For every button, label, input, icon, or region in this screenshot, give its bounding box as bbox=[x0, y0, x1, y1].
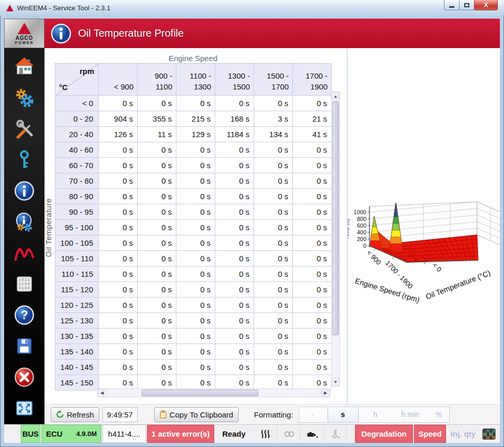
cell-value: 0 s bbox=[176, 312, 215, 328]
minimize-icon bbox=[449, 6, 454, 8]
cell-value: 168 s bbox=[215, 111, 254, 126]
maximize-button[interactable] bbox=[459, 0, 475, 10]
application-window: WinEEM4 - Service Tool - 2.3.1 X AGCO PO… bbox=[0, 0, 504, 447]
sidebar-item-fullscreen[interactable] bbox=[14, 398, 35, 419]
sidebar-item-home[interactable] bbox=[14, 56, 35, 77]
format-option-hours[interactable]: h bbox=[359, 407, 392, 422]
column-header: 1100 - 1300 bbox=[176, 64, 215, 96]
copy-to-clipboard-button[interactable]: Copy To Clipboard bbox=[154, 407, 239, 422]
x-tick-1700-1900: 1700 - 1900 bbox=[384, 259, 414, 290]
format-option-hmin[interactable]: h:min bbox=[392, 407, 428, 422]
svg-text:1 1 0 0: 1 1 0 0 bbox=[19, 282, 30, 286]
table-row: 100 - 1050 s0 s0 s0 s0 s0 s bbox=[55, 235, 332, 250]
cell-value: 0 s bbox=[99, 344, 138, 359]
sidebar-item-key[interactable] bbox=[14, 150, 35, 170]
table-row: 60 - 700 s0 s0 s0 s0 s0 s bbox=[55, 157, 332, 173]
speed-badge[interactable]: Speed bbox=[414, 425, 446, 443]
coolant-icon bbox=[331, 429, 340, 439]
sidebar-item-measurement[interactable] bbox=[14, 243, 35, 263]
corner-degc-label: °C bbox=[59, 82, 68, 93]
cell-value: 0 s bbox=[176, 344, 215, 359]
cell-value: 0 s bbox=[99, 328, 138, 344]
window-title: WinEEM4 - Service Tool - 2.3.1 bbox=[17, 4, 110, 12]
scroll-up-button[interactable]: ▲ bbox=[332, 92, 339, 100]
scroll-right-button[interactable]: ▶ bbox=[321, 389, 330, 397]
vertical-scroll-thumb[interactable] bbox=[332, 101, 339, 335]
cell-value: 0 s bbox=[293, 250, 332, 266]
sidebar-item-tools[interactable] bbox=[14, 118, 35, 139]
scope-button[interactable] bbox=[482, 425, 496, 443]
statusbar-spacer bbox=[347, 425, 354, 443]
cell-value: 0 s bbox=[176, 266, 215, 281]
scroll-left-button[interactable]: ◀ bbox=[98, 389, 106, 397]
sidebar-item-help[interactable]: ? bbox=[14, 305, 35, 325]
fullscreen-icon bbox=[14, 398, 35, 419]
surface-chart: 0 200 400 600 800 1000 Time (s) < 900 17… bbox=[348, 199, 500, 319]
cell-value: 0 s bbox=[215, 344, 254, 359]
cell-value: 0 s bbox=[176, 328, 215, 344]
cell-value: 0 s bbox=[176, 219, 215, 235]
sidebar-item-settings[interactable] bbox=[14, 87, 35, 108]
sidebar-item-service-info[interactable] bbox=[14, 212, 35, 232]
cell-value: 0 s bbox=[293, 219, 332, 235]
title-bar[interactable]: WinEEM4 - Service Tool - 2.3.1 bbox=[0, 0, 504, 16]
scroll-down-button[interactable]: ▼ bbox=[332, 378, 339, 386]
sidebar-item-info[interactable] bbox=[14, 181, 35, 201]
sidebar-item-data-matrix[interactable]: 1 0 1 1 1 1 0 0 0 1 0 0 bbox=[14, 274, 35, 294]
refresh-button[interactable]: Refresh bbox=[51, 407, 99, 422]
sidebar-item-save[interactable] bbox=[14, 336, 35, 356]
cell-value: 0 s bbox=[293, 281, 332, 297]
formatting-options: - s h h:min % bbox=[299, 407, 450, 423]
page-header: Oil Temperature Profile bbox=[45, 19, 500, 48]
row-header: 140 - 145 bbox=[55, 359, 99, 375]
home-icon bbox=[14, 56, 35, 77]
table-row: 110 - 1150 s0 s0 s0 s0 s0 s bbox=[55, 266, 332, 281]
cell-value: 0 s bbox=[176, 235, 215, 250]
svg-text:200: 200 bbox=[357, 236, 366, 242]
cell-value: 0 s bbox=[254, 235, 293, 250]
logo-text-agco: AGCO bbox=[16, 35, 33, 41]
format-option-percent[interactable]: % bbox=[428, 407, 449, 422]
cell-value: 0 s bbox=[176, 281, 215, 297]
row-header: 0 - 20 bbox=[55, 111, 99, 126]
inj-qty-badge[interactable]: Inj. qty bbox=[447, 425, 479, 443]
format-option-seconds[interactable]: s bbox=[328, 407, 359, 422]
cell-value: 0 s bbox=[215, 312, 254, 328]
close-button[interactable]: X bbox=[474, 0, 498, 10]
degradation-badge[interactable]: Degradation bbox=[355, 425, 413, 443]
horizontal-scroll-thumb[interactable] bbox=[142, 390, 258, 396]
close-app-icon bbox=[14, 367, 35, 388]
cell-value: 0 s bbox=[99, 266, 138, 281]
table-row: 0 - 20904 s355 s215 s168 s3 s21 s bbox=[55, 111, 332, 126]
minimize-button[interactable] bbox=[444, 0, 459, 10]
cell-value: 0 s bbox=[254, 359, 293, 375]
cell-value: 0 s bbox=[138, 142, 176, 157]
active-errors-badge[interactable]: 1 active error(s) bbox=[147, 425, 214, 443]
table-row: 20 - 40126 s11 s129 s1184 s134 s41 s bbox=[55, 126, 332, 142]
vertical-scrollbar[interactable]: ▲ ▼ bbox=[331, 92, 340, 386]
cell-value: 0 s bbox=[138, 219, 176, 235]
cell-value: 0 s bbox=[254, 375, 293, 390]
horizontal-scrollbar[interactable]: ◀ ▶ bbox=[97, 389, 330, 397]
cell-value: 0 s bbox=[293, 328, 332, 344]
row-header: 110 - 115 bbox=[55, 266, 99, 281]
cell-value: 11 s bbox=[138, 126, 176, 142]
save-icon bbox=[14, 336, 35, 356]
row-header: 70 - 80 bbox=[55, 173, 99, 188]
cell-value: 0 s bbox=[176, 375, 215, 390]
cell-value: 0 s bbox=[254, 281, 293, 297]
sidebar-item-exit[interactable] bbox=[14, 367, 35, 388]
cell-value: 0 s bbox=[254, 344, 293, 359]
page-title: Oil Temperature Profile bbox=[78, 27, 184, 39]
cell-value: 0 s bbox=[254, 297, 293, 312]
z-axis-label: Time (s) bbox=[348, 219, 350, 240]
format-option-none[interactable]: - bbox=[299, 407, 328, 422]
cell-value: 41 s bbox=[293, 126, 332, 142]
cell-value: 0 s bbox=[293, 142, 332, 157]
y-axis-label: Oil Temperature (°C) bbox=[424, 269, 492, 301]
formatting-label: Formatting: bbox=[254, 410, 293, 419]
x-tick-900: < 900 bbox=[365, 249, 383, 266]
svg-text:0 1 0 0: 0 1 0 0 bbox=[19, 286, 30, 290]
cell-value: 0 s bbox=[215, 375, 254, 390]
oil-icon bbox=[306, 430, 319, 438]
